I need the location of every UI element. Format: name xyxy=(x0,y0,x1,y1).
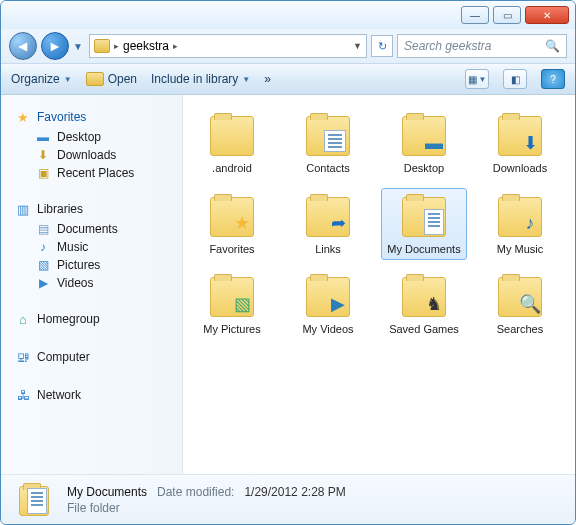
folder-label: Desktop xyxy=(404,162,444,175)
folder-icon: ▧ xyxy=(204,273,260,319)
network-icon: 🖧 xyxy=(15,387,31,403)
close-button[interactable]: ✕ xyxy=(525,6,569,24)
libraries-icon: ▥ xyxy=(15,201,31,217)
nav-item-pictures[interactable]: ▧Pictures xyxy=(35,257,178,273)
desktop-icon: ▬ xyxy=(35,129,51,145)
open-button[interactable]: Open xyxy=(86,72,137,86)
modified-label: Date modified: xyxy=(157,485,234,499)
folder-label: Favorites xyxy=(209,243,254,256)
breadcrumb-item[interactable]: geekstra xyxy=(123,39,169,53)
folder-item[interactable]: My Documents xyxy=(381,188,467,261)
body: ★ Favorites ▬Desktop ⬇Downloads ▣Recent … xyxy=(1,95,575,474)
pictures-icon: ▧ xyxy=(35,257,51,273)
nav-pane: ★ Favorites ▬Desktop ⬇Downloads ▣Recent … xyxy=(1,95,183,474)
nav-computer-label: Computer xyxy=(37,350,90,364)
folder-icon: ▬ xyxy=(396,112,452,158)
address-dropdown-icon[interactable]: ▼ xyxy=(353,41,362,51)
breadcrumb-separator-icon: ▸ xyxy=(173,41,178,51)
folder-item[interactable]: Contacts xyxy=(285,107,371,180)
organize-label: Organize xyxy=(11,72,60,86)
help-button[interactable]: ? xyxy=(541,69,565,89)
nav-libraries[interactable]: ▥ Libraries xyxy=(15,201,178,217)
folder-item[interactable]: ⬇Downloads xyxy=(477,107,563,180)
open-label: Open xyxy=(108,72,137,86)
folder-item[interactable]: ▶My Videos xyxy=(285,268,371,341)
nav-homegroup[interactable]: ⌂ Homegroup xyxy=(15,311,178,327)
folder-icon: ▶ xyxy=(300,273,356,319)
items-grid: .androidContacts▬Desktop⬇Downloads★Favor… xyxy=(189,107,569,341)
folder-label: Saved Games xyxy=(389,323,459,336)
downloads-icon: ⬇ xyxy=(35,147,51,163)
folder-item[interactable]: ♞Saved Games xyxy=(381,268,467,341)
folder-item[interactable]: .android xyxy=(189,107,275,180)
folder-item[interactable]: ➦Links xyxy=(285,188,371,261)
videos-icon: ▶ xyxy=(35,275,51,291)
nav-row: ◄ ► ▼ ▸ geekstra ▸ ▼ ↻ Search geekstra 🔍 xyxy=(1,29,575,63)
nav-label: Recent Places xyxy=(57,166,134,180)
search-placeholder: Search geekstra xyxy=(404,39,491,53)
star-icon: ★ xyxy=(15,109,31,125)
folder-label: Links xyxy=(315,243,341,256)
search-input[interactable]: Search geekstra 🔍 xyxy=(397,34,567,58)
computer-icon: 🖳 xyxy=(15,349,31,365)
folder-icon xyxy=(396,193,452,239)
nav-item-music[interactable]: ♪Music xyxy=(35,239,178,255)
preview-pane-button[interactable]: ◧ xyxy=(503,69,527,89)
minimize-button[interactable]: — xyxy=(461,6,489,24)
nav-item-documents[interactable]: ▤Documents xyxy=(35,221,178,237)
nav-label: Videos xyxy=(57,276,93,290)
folder-view[interactable]: .androidContacts▬Desktop⬇Downloads★Favor… xyxy=(183,95,575,474)
folder-icon: ★ xyxy=(204,193,260,239)
address-bar[interactable]: ▸ geekstra ▸ ▼ xyxy=(89,34,367,58)
nav-favorites[interactable]: ★ Favorites xyxy=(15,109,178,125)
nav-item-desktop[interactable]: ▬Desktop xyxy=(35,129,178,145)
maximize-button[interactable]: ▭ xyxy=(493,6,521,24)
folder-item[interactable]: ▧My Pictures xyxy=(189,268,275,341)
forward-button[interactable]: ► xyxy=(41,32,69,60)
folder-label: Downloads xyxy=(493,162,547,175)
nav-network[interactable]: 🖧 Network xyxy=(15,387,178,403)
nav-label: Pictures xyxy=(57,258,100,272)
folder-label: My Music xyxy=(497,243,543,256)
nav-item-downloads[interactable]: ⬇Downloads xyxy=(35,147,178,163)
include-label: Include in library xyxy=(151,72,238,86)
toolbar-overflow[interactable]: » xyxy=(264,72,271,86)
chevron-down-icon: ▼ xyxy=(64,75,72,84)
folder-icon: 🔍 xyxy=(492,273,548,319)
history-dropdown[interactable]: ▼ xyxy=(73,41,85,52)
music-icon: ♪ xyxy=(35,239,51,255)
homegroup-icon: ⌂ xyxy=(15,311,31,327)
folder-label: My Documents xyxy=(387,243,460,256)
view-options-button[interactable]: ▦▼ xyxy=(465,69,489,89)
nav-homegroup-label: Homegroup xyxy=(37,312,100,326)
chevron-down-icon: ▼ xyxy=(242,75,250,84)
explorer-window: — ▭ ✕ ◄ ► ▼ ▸ geekstra ▸ ▼ ↻ Search geek… xyxy=(0,0,576,525)
folder-item[interactable]: ▬Desktop xyxy=(381,107,467,180)
folder-icon xyxy=(300,112,356,158)
folder-icon: ♞ xyxy=(396,273,452,319)
nav-libraries-label: Libraries xyxy=(37,202,83,216)
nav-label: Documents xyxy=(57,222,118,236)
titlebar: — ▭ ✕ xyxy=(1,1,575,29)
folder-item[interactable]: ♪My Music xyxy=(477,188,563,261)
refresh-button[interactable]: ↻ xyxy=(371,35,393,57)
back-button[interactable]: ◄ xyxy=(9,32,37,60)
folder-item[interactable]: 🔍Searches xyxy=(477,268,563,341)
toolbar: Organize ▼ Open Include in library ▼ » ▦… xyxy=(1,63,575,95)
folder-label: My Videos xyxy=(302,323,353,336)
selected-type: File folder xyxy=(67,501,346,515)
organize-menu[interactable]: Organize ▼ xyxy=(11,72,72,86)
folder-item[interactable]: ★Favorites xyxy=(189,188,275,261)
nav-item-recent[interactable]: ▣Recent Places xyxy=(35,165,178,181)
include-library-menu[interactable]: Include in library ▼ xyxy=(151,72,250,86)
folder-icon xyxy=(13,482,55,518)
nav-label: Desktop xyxy=(57,130,101,144)
nav-computer[interactable]: 🖳 Computer xyxy=(15,349,178,365)
nav-favorites-label: Favorites xyxy=(37,110,86,124)
folder-icon xyxy=(94,39,110,53)
folder-label: .android xyxy=(212,162,252,175)
search-icon: 🔍 xyxy=(545,39,560,53)
breadcrumb-separator-icon: ▸ xyxy=(114,41,119,51)
recent-icon: ▣ xyxy=(35,165,51,181)
nav-item-videos[interactable]: ▶Videos xyxy=(35,275,178,291)
